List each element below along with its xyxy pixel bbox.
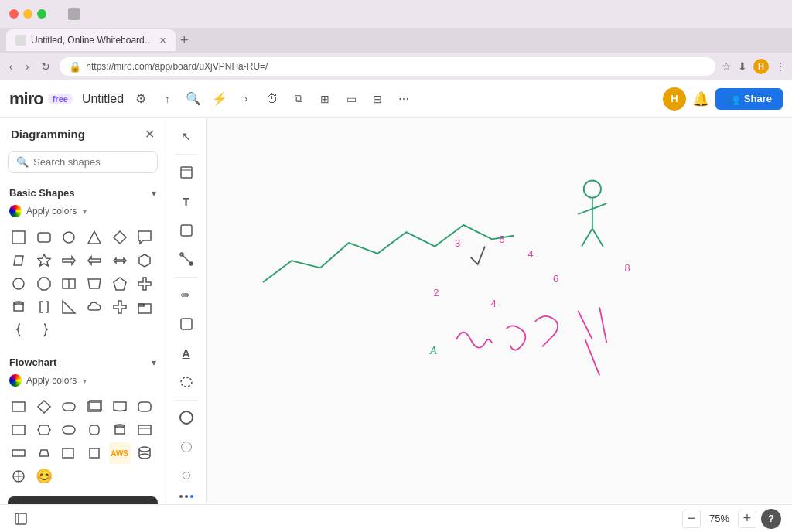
fc-rect2[interactable] <box>8 419 29 441</box>
frame-tool[interactable] <box>172 159 200 185</box>
shape-hexagon[interactable] <box>134 250 155 271</box>
canvas-area[interactable]: 3 5 4 6 8 2 4 A <box>207 118 792 504</box>
shape-parallelogram[interactable] <box>8 250 29 271</box>
fc-hex[interactable] <box>33 419 55 441</box>
fc-stadium2[interactable] <box>58 419 80 441</box>
apply-colors-flowchart[interactable]: Apply colors ▾ <box>0 371 166 393</box>
fc-doc[interactable] <box>109 396 131 418</box>
shape-callout[interactable] <box>134 227 155 248</box>
more-icon[interactable]: ⋯ <box>393 88 415 110</box>
tool-circle-medium[interactable] <box>172 434 200 459</box>
pen-tool[interactable]: ✏ <box>172 282 200 308</box>
maximize-traffic-light[interactable] <box>37 9 46 19</box>
bookmark-icon[interactable]: ☆ <box>722 60 732 73</box>
fc-diamond[interactable] <box>33 396 55 418</box>
more-shapes-button[interactable]: More shapes → <box>8 496 158 504</box>
notification-bell[interactable]: 🔔 <box>692 90 709 107</box>
shape-trapezoid[interactable] <box>84 273 105 295</box>
shape-circle2[interactable] <box>8 273 29 295</box>
zoom-in-button[interactable]: + <box>738 510 756 528</box>
fc-tri[interactable] <box>8 442 29 464</box>
fc-special[interactable] <box>8 466 29 487</box>
shape-bracket[interactable] <box>33 296 55 318</box>
eraser-tool[interactable] <box>172 311 200 336</box>
sidebar-toggle[interactable] <box>11 509 31 529</box>
shape-rounded-rect[interactable] <box>33 227 55 248</box>
search-button[interactable]: 🔍 <box>183 88 204 110</box>
fc-process[interactable] <box>8 396 29 418</box>
extensions-icon[interactable]: ⋮ <box>775 60 786 73</box>
fc-multi[interactable] <box>84 396 105 418</box>
fc-rounded[interactable] <box>134 396 155 418</box>
cursor-tool[interactable]: ↖ <box>172 124 200 149</box>
board-title[interactable]: Untitled <box>82 92 124 106</box>
text-tool[interactable]: T <box>172 189 200 214</box>
fc-rect5[interactable] <box>84 442 105 464</box>
shape-cloud[interactable] <box>84 296 105 318</box>
apply-colors-basic[interactable]: Apply colors ▾ <box>0 202 166 223</box>
shape-brace-open[interactable] <box>33 319 55 341</box>
shape-star[interactable] <box>33 250 55 271</box>
basic-shapes-header[interactable]: Basic Shapes ▾ <box>0 181 166 202</box>
lasso-tool[interactable] <box>172 369 200 394</box>
fc-cylinder2[interactable] <box>109 419 131 441</box>
table-icon[interactable]: ⊞ <box>314 88 336 110</box>
upload-button[interactable]: ↑ <box>156 88 178 110</box>
share-button[interactable]: 👥 Share <box>715 88 783 110</box>
fc-note[interactable]: 😊 <box>33 466 55 487</box>
download-icon[interactable]: ⬇ <box>738 60 747 73</box>
shape-brace[interactable] <box>8 319 29 341</box>
active-tab[interactable]: Untitled, Online Whiteboard for... ✕ <box>6 29 176 51</box>
refresh-button[interactable]: ↻ <box>38 59 53 74</box>
frame-icon[interactable]: ⧉ <box>288 88 309 110</box>
shape-right-triangle[interactable] <box>58 296 80 318</box>
shape-pentagon[interactable] <box>109 273 131 295</box>
timer-icon[interactable]: ⏱ <box>261 88 283 110</box>
tool-circle-small[interactable] <box>172 463 200 489</box>
panel-close-button[interactable]: ✕ <box>145 127 155 142</box>
present-icon[interactable]: ▭ <box>340 88 362 110</box>
zoom-out-button[interactable]: − <box>682 510 701 528</box>
expand-button[interactable]: › <box>235 88 257 110</box>
sticky-note-tool[interactable] <box>172 217 200 243</box>
search-box[interactable]: 🔍 <box>8 151 158 173</box>
settings-button[interactable]: ⚙ <box>130 88 152 110</box>
new-tab-button[interactable]: + <box>180 32 189 49</box>
forward-button[interactable]: › <box>22 59 32 74</box>
fc-rect4[interactable] <box>58 442 80 464</box>
fc-trap[interactable] <box>33 442 55 464</box>
tool-circle-large[interactable] <box>172 405 200 431</box>
shape-rect-split[interactable] <box>58 273 80 295</box>
close-traffic-light[interactable] <box>9 9 19 19</box>
shape-square[interactable] <box>8 227 29 248</box>
help-button[interactable]: ? <box>761 509 781 529</box>
shape-triangle[interactable] <box>84 227 105 248</box>
shape-circle[interactable] <box>58 227 80 248</box>
shape-double-arrow[interactable] <box>109 250 131 271</box>
fc-db[interactable] <box>134 442 155 464</box>
minimize-traffic-light[interactable] <box>23 9 32 19</box>
flowchart-header[interactable]: Flowchart ▾ <box>0 350 166 371</box>
fc-rounded2[interactable] <box>84 419 105 441</box>
shape-cross2[interactable] <box>109 296 131 318</box>
shape-plus[interactable] <box>134 273 155 295</box>
highlighter-tool[interactable]: A <box>172 340 200 366</box>
shape-rect-tab[interactable] <box>134 296 155 318</box>
fc-stadium[interactable] <box>58 396 80 418</box>
shape-arrow-right[interactable] <box>58 250 80 271</box>
grid-icon[interactable]: ⊟ <box>367 88 388 110</box>
tab-close-button[interactable]: ✕ <box>159 36 166 46</box>
connector-tool[interactable] <box>172 247 200 272</box>
user-avatar[interactable]: H <box>663 87 686 111</box>
shape-arrow-left[interactable] <box>84 250 105 271</box>
fc-aws[interactable]: AWS <box>109 442 131 464</box>
shape-octagon[interactable] <box>33 273 55 295</box>
fc-rect3[interactable] <box>134 419 155 441</box>
search-input[interactable] <box>33 156 149 168</box>
profile-icon[interactable]: H <box>753 59 769 74</box>
address-bar-input[interactable]: 🔒 https://miro.com/app/board/uXjVPNHa-RU… <box>60 57 715 76</box>
shape-diamond[interactable] <box>109 227 131 248</box>
plugin-button[interactable]: ⚡ <box>209 88 230 110</box>
shape-cylinder[interactable] <box>8 296 29 318</box>
back-button[interactable]: ‹ <box>6 59 16 74</box>
